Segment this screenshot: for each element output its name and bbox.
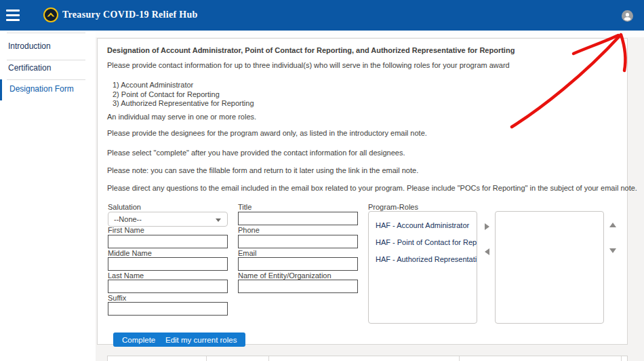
move-up-icon[interactable] <box>609 223 616 227</box>
edit-current-roles-button[interactable]: Edit my current roles <box>157 332 245 347</box>
header-gap <box>0 31 644 37</box>
sidebar-nav: Introduction Certification Designation F… <box>0 31 96 361</box>
move-down-icon[interactable] <box>609 248 616 253</box>
move-right-icon[interactable] <box>485 223 489 230</box>
last-name-label: Last Name <box>108 271 144 280</box>
phone-label: Phone <box>238 226 260 234</box>
sidebar-item-certification[interactable]: Certification <box>8 63 51 73</box>
note-text: Please direct any questions to the email… <box>107 184 637 192</box>
program-roles-label: Program-Roles <box>368 203 418 211</box>
note-text: An individual may serve in one or more r… <box>107 113 256 121</box>
entity-label: Name of Entity/Organization <box>238 271 331 280</box>
salutation-label: Salutation <box>108 203 141 211</box>
form-heading: Designation of Account Administrator, Po… <box>107 46 515 54</box>
suffix-field[interactable] <box>108 302 228 316</box>
middle-name-field[interactable] <box>108 257 228 271</box>
sidebar-item-designation-form[interactable]: Designation Form <box>9 84 74 94</box>
first-name-label: First Name <box>108 226 144 234</box>
app-title: Treasury COVID-19 Relief Hub <box>62 10 198 20</box>
menu-icon[interactable] <box>6 10 20 21</box>
sidebar-divider <box>7 79 85 80</box>
intro-text: Please provide contact information for u… <box>107 61 510 69</box>
app-window: Treasury COVID-19 Relief Hub Introductio… <box>0 0 644 361</box>
first-name-field[interactable] <box>108 235 228 248</box>
list-item[interactable]: HAF - Account Administrator <box>369 217 477 234</box>
designation-form-panel: Designation of Account Administrator, Po… <box>97 38 628 345</box>
list-item[interactable]: HAF - Authorized Representative fo... <box>369 251 477 268</box>
title-field[interactable] <box>238 212 358 225</box>
note-text: Please note: you can save the fillable f… <box>107 166 418 174</box>
table-column-divider <box>459 356 460 361</box>
sidebar-active-indicator <box>0 79 2 100</box>
note-text: Please select "complete" after you have … <box>107 149 405 157</box>
salutation-select[interactable]: --None-- <box>108 212 228 227</box>
program-roles-available-list: HAF - Account Administrator HAF - Point … <box>368 211 477 324</box>
email-label: Email <box>238 249 257 257</box>
user-icon[interactable] <box>622 10 633 22</box>
salutation-value: --None-- <box>114 215 142 223</box>
last-name-field[interactable] <box>108 280 228 293</box>
role-list-item: 3) Authorized Representative for Reporti… <box>113 99 254 107</box>
entity-field[interactable] <box>238 280 358 293</box>
table-row <box>107 356 628 361</box>
role-list-item: 2) Point of Contact for Reporting <box>113 90 220 98</box>
phone-field[interactable] <box>238 235 358 248</box>
sidebar-divider <box>7 33 85 33</box>
table-column-divider <box>268 356 269 361</box>
sidebar-item-introduction[interactable]: Introduction <box>8 41 51 51</box>
treasury-logo-icon <box>43 7 58 22</box>
note-text: Please provide the designees for the pro… <box>107 129 427 137</box>
title-label: Title <box>238 203 251 211</box>
move-left-icon[interactable] <box>485 248 489 255</box>
table-column-divider <box>206 356 207 361</box>
chevron-down-icon <box>216 218 221 222</box>
app-header: Treasury COVID-19 Relief Hub <box>0 0 644 31</box>
role-list-item: 1) Account Administrator <box>113 81 193 89</box>
sidebar-divider <box>7 60 85 60</box>
program-roles-chosen-list[interactable] <box>495 211 604 324</box>
list-item[interactable]: HAF - Point of Contact for Reporting <box>369 234 477 251</box>
email-field[interactable] <box>238 257 358 271</box>
middle-name-label: Middle Name <box>108 249 152 257</box>
suffix-label: Suffix <box>108 294 126 302</box>
table-column-divider <box>621 356 622 361</box>
